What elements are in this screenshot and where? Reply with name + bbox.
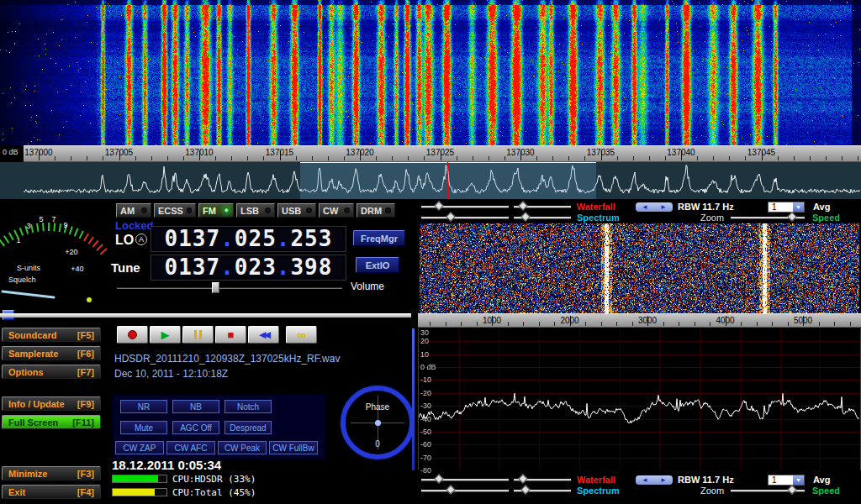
rbw-label: RBW 11.7 Hz xyxy=(678,475,734,486)
db-scale-label: -80 xyxy=(420,466,431,475)
slider-thumb[interactable] xyxy=(434,474,443,483)
lock-a-icon[interactable]: A xyxy=(135,234,147,245)
mode-button-label: FM xyxy=(203,206,216,216)
waterfall-contrast-slider[interactable] xyxy=(514,202,571,211)
dsp-button-nb[interactable]: NB xyxy=(172,400,219,413)
mode-led-icon xyxy=(224,207,230,213)
spectrum-brightness-slider[interactable] xyxy=(421,213,509,222)
avg-select[interactable]: 1▼ xyxy=(768,475,805,486)
chevron-down-icon[interactable]: ▼ xyxy=(793,475,804,485)
menu-button-samplerate[interactable]: Samplerate[F6] xyxy=(2,346,101,360)
svg-text:+20: +20 xyxy=(65,248,77,256)
menu-button-soundcard[interactable]: Soundcard[F5] xyxy=(2,328,101,342)
scale-tick-minor xyxy=(585,322,586,326)
menu-button-minimize[interactable]: Minimize[F3] xyxy=(2,466,101,480)
pause-button[interactable] xyxy=(182,326,214,344)
locked-label: Locked xyxy=(115,219,154,232)
panel-splitter[interactable] xyxy=(0,313,411,318)
main-spectrum-display[interactable] xyxy=(0,162,861,199)
menu-button-exit[interactable]: Exit[F4] xyxy=(2,485,101,499)
arrow-left-icon[interactable]: ◄ xyxy=(642,476,648,484)
slider-thumb[interactable] xyxy=(434,201,443,210)
scale-tick-minor xyxy=(539,322,540,326)
right-spectrum-trace xyxy=(419,328,860,470)
avg-select[interactable]: 1▼ xyxy=(768,202,805,213)
main-waterfall-display[interactable] xyxy=(0,0,861,145)
shift-arrows[interactable]: ◄► xyxy=(636,475,673,485)
slider-thumb[interactable] xyxy=(520,485,530,494)
slider-thumb[interactable] xyxy=(787,485,796,494)
slider-thumb[interactable] xyxy=(518,474,527,483)
mode-button-cw[interactable]: CW xyxy=(319,203,354,218)
mode-button-lsb[interactable]: LSB xyxy=(236,203,275,218)
scale-tick-minor xyxy=(167,156,168,160)
mode-button-am[interactable]: AM xyxy=(116,203,151,218)
scale-tick-minor xyxy=(663,322,664,326)
scale-tick-minor xyxy=(430,322,430,326)
arrow-right-icon[interactable]: ► xyxy=(660,203,667,211)
right-waterfall-display[interactable] xyxy=(420,223,859,313)
mode-led-icon xyxy=(265,207,271,213)
mode-led-icon xyxy=(344,207,350,213)
menu-button-hotkey: [F7] xyxy=(77,367,94,377)
mode-button-label: LSB xyxy=(240,206,259,216)
loop-button[interactable]: ∞ xyxy=(286,326,317,344)
dsp-button-cw-zap[interactable]: CW ZAP xyxy=(115,441,164,454)
shift-arrows[interactable]: ◄► xyxy=(636,202,673,212)
spectrum-contrast-slider[interactable] xyxy=(514,486,571,495)
slider-thumb[interactable] xyxy=(446,212,456,221)
freqmgr-button[interactable]: FreqMgr xyxy=(353,230,405,246)
rewind-button[interactable]: ◀◀ xyxy=(248,326,279,344)
right-waterfall-scale[interactable]: 10002000300040005000 xyxy=(418,313,861,328)
volume-slider-thumb[interactable] xyxy=(212,282,219,293)
mode-button-usb[interactable]: USB xyxy=(277,203,316,218)
slider-thumb[interactable] xyxy=(518,201,527,210)
arrow-right-icon[interactable]: ► xyxy=(660,476,667,484)
dsp-button-cw-fullbw[interactable]: CW FullBw xyxy=(269,441,318,454)
mode-button-fm[interactable]: FM xyxy=(198,203,234,218)
scale-label: 5000 xyxy=(794,316,812,325)
slider-thumb[interactable] xyxy=(787,212,796,221)
mode-button-label: DRM xyxy=(361,206,382,216)
dsp-button-cw-peak[interactable]: CW Peak xyxy=(218,441,267,454)
menu-button-full-screen[interactable]: Full Screen[F11] xyxy=(2,415,101,429)
spectrum-contrast-slider[interactable] xyxy=(514,213,571,222)
waterfall-contrast-slider[interactable] xyxy=(514,475,571,484)
avg-label: Avg xyxy=(813,475,830,486)
s-meter: 13579+20+40S-unitsSquelch xyxy=(0,201,108,312)
lo-frequency-display[interactable]: 0137.025.253 xyxy=(151,226,346,252)
dsp-button-despread[interactable]: Despread xyxy=(224,421,272,434)
dsp-button-agc-off[interactable]: AGC Off xyxy=(172,421,219,434)
volume-slider[interactable] xyxy=(117,282,342,293)
slider-thumb[interactable] xyxy=(520,212,530,221)
menu-button-options[interactable]: Options[F7] xyxy=(2,365,101,379)
zoom-slider[interactable] xyxy=(731,213,805,222)
extio-button[interactable]: ExtIO xyxy=(356,257,399,273)
phase-indicator[interactable]: Phase 0 xyxy=(341,386,415,459)
dsp-button-mute[interactable]: Mute xyxy=(120,421,167,434)
recording-file-date: Dec 10, 2011 - 12:10:18Z xyxy=(114,368,228,380)
waterfall-brightness-slider[interactable] xyxy=(421,475,509,484)
chevron-down-icon[interactable]: ▼ xyxy=(793,202,804,212)
vertical-divider[interactable] xyxy=(412,328,415,470)
dsp-button-notch[interactable]: Notch xyxy=(224,400,272,413)
stop-button[interactable]: ■ xyxy=(215,326,246,344)
passband-region[interactable] xyxy=(300,162,596,199)
arrow-left-icon[interactable]: ◄ xyxy=(642,203,648,211)
scale-label: 137020 xyxy=(346,148,373,157)
dsp-button-cw-afc[interactable]: CW AFC xyxy=(166,441,215,454)
play-button[interactable]: ▶ xyxy=(150,326,181,344)
record-button[interactable] xyxy=(117,326,148,344)
tune-frequency-display[interactable]: 0137.023.398 xyxy=(151,255,346,281)
zoom-slider[interactable] xyxy=(731,486,805,495)
mode-button-drm[interactable]: DRM xyxy=(357,203,395,218)
waterfall-brightness-slider[interactable] xyxy=(421,202,509,211)
mode-button-ecss[interactable]: ECSS xyxy=(154,203,196,218)
dsp-button-nr[interactable]: NR xyxy=(120,400,167,413)
menu-button-hotkey: [F6] xyxy=(77,349,94,359)
main-frequency-scale[interactable]: 1370001370051370101370151370201370251370… xyxy=(24,145,861,162)
menu-button-info-update[interactable]: Info / Update[F9] xyxy=(2,396,101,411)
spectrum-brightness-slider[interactable] xyxy=(421,486,509,495)
slider-thumb[interactable] xyxy=(446,485,456,494)
right-spectrum-display[interactable]: 3020100 dB-10-20-30-40-50-60-70-80 xyxy=(418,328,861,470)
